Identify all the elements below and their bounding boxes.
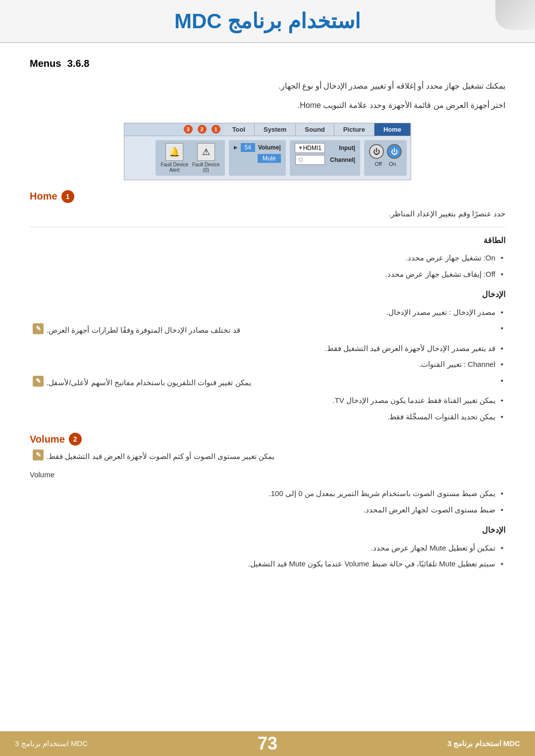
power-labels: On Off xyxy=(374,161,396,167)
screenshot-content: ⏻ ⏻ On Off |Input HDMI1 ▼ |C xyxy=(124,136,411,180)
footer-left-text: MDC استخدام برنامج 3 xyxy=(447,739,520,748)
input-item-6: يمكن تغيير القناة فقط عندما يكون مصدر ال… xyxy=(30,393,505,409)
page-header: استخدام برنامج MDC xyxy=(0,0,535,43)
badge-3: 3 xyxy=(184,125,193,134)
power-panel: ⏻ ⏻ On Off xyxy=(364,140,407,176)
tab-system[interactable]: System xyxy=(255,123,296,136)
power-on-button[interactable]: ⏻ xyxy=(387,144,402,159)
mute-list: تمكين أو تعطيل Mute لجهاز عرض محدد. سيتم… xyxy=(30,540,505,572)
fault-device-1: ⚠ Fault Device(0) xyxy=(192,143,220,173)
volume-title-text: Volume xyxy=(30,434,65,445)
channel-value[interactable]: ⬡ xyxy=(295,155,325,165)
volume-field-label: |Volume xyxy=(258,144,281,151)
footer-right: MDC استخدام برنامج 3 xyxy=(15,739,88,748)
volume-arrow: ▶ xyxy=(234,145,238,150)
note-icon-2: ✎ xyxy=(33,376,44,387)
menus-label: Menus xyxy=(30,58,61,69)
tab-tool[interactable]: Tool xyxy=(223,123,255,136)
fault-row: ⚠ Fault Device(0) 🔔 Fault DeviceAlert xyxy=(160,143,219,173)
mute-item-2: سيتم تعطيل Mute تلقائيًا، في حالة ضبط Vo… xyxy=(30,556,505,572)
home-section-title: Home 1 xyxy=(30,190,505,203)
fault-panel: ⚠ Fault Device(0) 🔔 Fault DeviceAlert xyxy=(156,140,224,176)
power-off-button[interactable]: ⏻ xyxy=(369,144,384,159)
input-dropdown-arrow: ▼ xyxy=(298,145,303,151)
input-list: مصدر الإدخال : تغيير مصدر الإدخال. قد تخ… xyxy=(30,304,505,425)
volume-item-1: يمكن ضبط مستوى الصوت باستخدام شريط التمر… xyxy=(30,486,505,502)
input-item-1: مصدر الإدخال : تغيير مصدر الإدخال. xyxy=(30,304,505,321)
mute-button[interactable]: Mute xyxy=(258,154,281,163)
input-item-2-note: قد تختلف مصادر الإدخال المتوفرة وفقًا لط… xyxy=(30,320,505,341)
input-row: |Input HDMI1 ▼ xyxy=(295,143,355,153)
footer-left: MDC استخدام برنامج 3 xyxy=(447,739,520,748)
off-item: Off: إيقاف تشغيل جهاز عرض محدد. xyxy=(30,266,505,283)
on-item: On: تشغيل جهاز عرض محدد. xyxy=(30,250,505,266)
input-panel: |Input HDMI1 ▼ |Channel ⬡ xyxy=(290,140,360,176)
menu-bar: Home Picture Sound System Tool 1 2 3 xyxy=(124,123,411,136)
section-heading: Menus 3.6.8 xyxy=(30,58,505,69)
input-item-5-note: يمكن تغيير قنوات التلفزيون باستخدام مفات… xyxy=(30,373,505,393)
power-buttons-row: ⏻ ⏻ xyxy=(369,144,402,159)
volume-item-2: ضبط مستوى الصوت لجهاز العرض المحدد. xyxy=(30,502,505,518)
tab-home[interactable]: Home xyxy=(374,123,411,136)
mute-row: Mute xyxy=(234,154,281,163)
menus-number: 3.6.8 xyxy=(67,58,89,69)
volume-row: |Volume 54 ▶ xyxy=(234,143,281,152)
note-text-5: يمكن تغيير قنوات التلفزيون باستخدام مفات… xyxy=(47,376,251,390)
tab-sound[interactable]: Sound xyxy=(296,123,334,136)
note-icon-1: ✎ xyxy=(33,323,44,334)
page-footer: MDC استخدام برنامج 3 73 MDC استخدام برنا… xyxy=(0,731,535,756)
channel-row: |Channel ⬡ xyxy=(295,155,355,165)
corner-decoration xyxy=(495,0,535,30)
note-icon-vol: ✎ xyxy=(33,450,44,460)
footer-page-number: 73 xyxy=(258,733,277,754)
fault-icon-1: ⚠ xyxy=(197,143,215,161)
home-section-content: حدد عنصرًا وقم بتغيير الإعداد المناظر. ا… xyxy=(30,207,505,425)
ui-screenshot: Home Picture Sound System Tool 1 2 3 ⏻ ⏻… xyxy=(124,123,411,180)
note-text-2: قد تختلف مصادر الإدخال المتوفرة وفقًا لط… xyxy=(47,323,240,338)
power-list: On: تشغيل جهاز عرض محدد. Off: إيقاف تشغي… xyxy=(30,250,505,282)
tab-picture[interactable]: Picture xyxy=(334,123,374,136)
power-subtitle: الطاقة xyxy=(30,233,505,248)
home-badge: 1 xyxy=(61,190,74,203)
mute-item-1: تمكين أو تعطيل Mute لجهاز عرض محدد. xyxy=(30,540,505,556)
input-subtitle: الإدخال xyxy=(30,287,505,302)
input-item-4: Channel : تغيير القنوات. xyxy=(30,356,505,373)
input-field-label: |Input xyxy=(328,145,355,151)
home-title-text: Home xyxy=(30,191,57,202)
off-label: Off xyxy=(374,161,381,167)
volume-section-content: يمكن تغيير مستوى الصوت أو كتم الصوت لأجه… xyxy=(30,450,505,572)
channel-stepper: ⬡ xyxy=(299,157,303,162)
description2: اختر أجهزة العرض من قائمة الأجهزة وحدد ع… xyxy=(30,99,505,113)
input-item-7: يمكن تحديد القنوات المسجَّلة فقط. xyxy=(30,409,505,425)
fault-device-2: 🔔 Fault DeviceAlert xyxy=(160,143,188,173)
volume-intro-line: يمكن تغيير مستوى الصوت أو كتم الصوت لأجه… xyxy=(30,450,505,464)
description1: يمكنك تشغيل جهاز محدد أو إغلاقه أو تغيير… xyxy=(30,79,505,94)
input-item-3: قد يتغير مصدر الإدخال لأجهزة العرض قيد ا… xyxy=(30,341,505,357)
fault-label-1: Fault Device(0) xyxy=(192,162,220,173)
volume-intro: يمكن تغيير مستوى الصوت أو كتم الصوت لأجه… xyxy=(47,450,274,464)
fault-label-2: Fault DeviceAlert xyxy=(160,162,188,173)
volume-value-display: 54 xyxy=(241,143,255,152)
on-label: On xyxy=(389,161,396,167)
home-intro: حدد عنصرًا وقم بتغيير الإعداد المناظر. xyxy=(30,207,505,221)
badge-2: 2 xyxy=(198,125,207,134)
input-value[interactable]: HDMI1 ▼ xyxy=(295,143,325,153)
main-content: Menus 3.6.8 يمكنك تشغيل جهاز محدد أو إغل… xyxy=(0,43,535,587)
volume-section-title: Volume 2 xyxy=(30,433,505,446)
volume-panel: |Volume 54 ▶ Mute xyxy=(229,140,286,176)
input-subtitle-2: الإدخال xyxy=(30,523,505,538)
volume-list: يمكن ضبط مستوى الصوت باستخدام شريط التمر… xyxy=(30,486,505,518)
footer-right-text: MDC استخدام برنامج 3 xyxy=(15,739,88,748)
fault-icon-2: 🔔 xyxy=(165,143,183,161)
volume-sub-label: Volume xyxy=(30,468,505,482)
volume-badge: 2 xyxy=(69,433,82,446)
channel-field-label: |Channel xyxy=(328,156,355,163)
badge-1: 1 xyxy=(212,125,220,134)
page-title: استخدام برنامج MDC xyxy=(20,9,515,33)
